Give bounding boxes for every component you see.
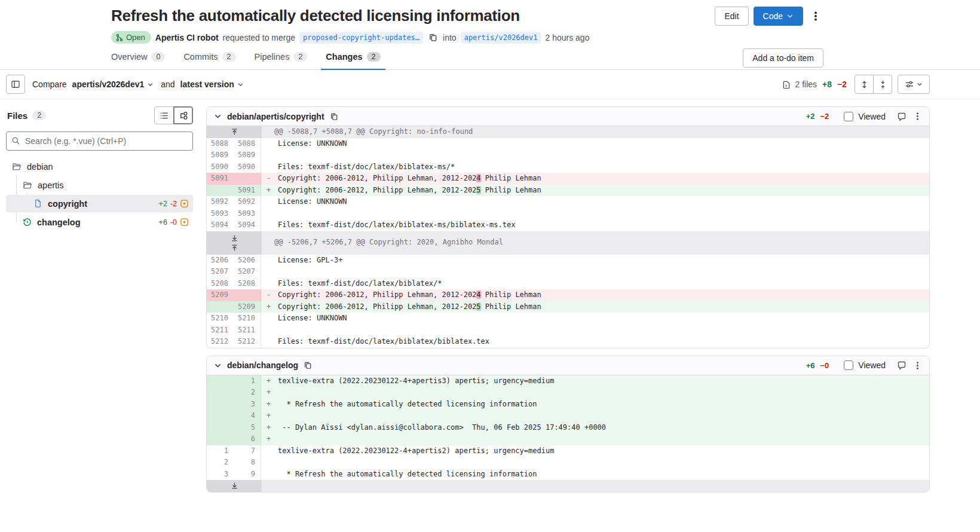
target-branch-chip[interactable]: apertis/v2026dev1 <box>461 32 541 44</box>
code-button[interactable]: Code <box>754 7 803 26</box>
tab-overview[interactable]: Overview0 <box>106 46 170 69</box>
tree-folder-apertis[interactable]: apertis <box>6 176 193 194</box>
tree-file-changelog[interactable]: changelog+6-0 <box>6 213 193 231</box>
old-line-number[interactable]: 5212 <box>207 336 234 348</box>
old-line-number[interactable]: 1 <box>207 445 234 457</box>
viewed-toggle[interactable]: Viewed <box>844 112 886 121</box>
new-line-number[interactable]: 5210 <box>234 313 261 325</box>
new-line-number[interactable]: 7 <box>234 445 261 457</box>
new-line-number[interactable]: 5206 <box>234 255 261 267</box>
old-line-number[interactable]: 5094 <box>207 219 234 231</box>
diff-word-highlight: 5 <box>476 186 480 194</box>
new-line-number[interactable]: 5088 <box>234 138 261 150</box>
old-line-number[interactable]: 5209 <box>207 289 234 301</box>
new-line-number[interactable]: 5090 <box>234 161 261 173</box>
old-line-number[interactable]: 2 <box>207 457 234 469</box>
old-line-number[interactable] <box>207 375 234 387</box>
head-version-dropdown[interactable]: latest version <box>180 80 244 89</box>
old-line-number[interactable] <box>207 399 234 411</box>
expand-lines-button[interactable] <box>207 231 262 255</box>
new-line-number[interactable]: 5211 <box>234 325 261 337</box>
old-line-number[interactable]: 5207 <box>207 266 234 278</box>
comment-file-button[interactable] <box>896 111 908 123</box>
new-line-number[interactable]: 5212 <box>234 336 261 348</box>
expand-lines-button[interactable] <box>207 126 262 138</box>
viewed-toggle[interactable]: Viewed <box>844 360 886 370</box>
new-line-number[interactable]: 1 <box>234 375 261 387</box>
new-line-number[interactable]: 8 <box>234 457 261 469</box>
collapse-all-files-button[interactable] <box>873 75 892 94</box>
diff-line-sign: + <box>261 387 278 399</box>
old-line-number[interactable]: 5210 <box>207 313 234 325</box>
new-line-number[interactable] <box>234 289 261 301</box>
diff-file-path[interactable]: debian/apertis/copyright <box>227 112 324 121</box>
toggle-file-browser-button[interactable] <box>6 75 25 94</box>
new-line-number[interactable]: 5092 <box>234 196 261 208</box>
copy-path-button[interactable] <box>302 360 313 371</box>
old-line-number[interactable]: 5208 <box>207 278 234 290</box>
file-search-input[interactable] <box>6 132 193 151</box>
old-line-number[interactable]: 5093 <box>207 208 234 220</box>
new-line-number[interactable]: 5208 <box>234 278 261 290</box>
old-line-number[interactable]: 5091 <box>207 173 234 185</box>
old-line-number[interactable]: 5092 <box>207 196 234 208</box>
copy-path-button[interactable] <box>329 111 339 122</box>
author-name[interactable]: Apertis CI robot <box>155 33 219 42</box>
tree-view-button[interactable] <box>173 106 193 124</box>
mr-options-button[interactable] <box>808 7 823 26</box>
new-line-number[interactable]: 5091 <box>234 185 261 197</box>
comment-file-button[interactable] <box>896 359 908 371</box>
new-line-number[interactable]: 5209 <box>234 301 261 313</box>
old-line-number[interactable] <box>207 422 234 434</box>
new-line-number[interactable]: 5093 <box>234 208 261 220</box>
new-line-number[interactable] <box>234 173 261 185</box>
new-line-number[interactable]: 9 <box>234 469 261 481</box>
diff-file-path[interactable]: debian/changelog <box>227 360 298 370</box>
base-version-dropdown[interactable]: apertis/v2026dev1 <box>72 80 154 89</box>
collapse-file-button[interactable] <box>213 111 223 121</box>
expand-all-files-button[interactable] <box>855 75 874 94</box>
diff-settings-button[interactable] <box>898 75 930 94</box>
old-line-number[interactable] <box>207 301 234 313</box>
old-line-number[interactable]: 5211 <box>207 325 234 337</box>
old-line-number[interactable]: 5089 <box>207 149 234 161</box>
tab-pipelines[interactable]: Pipelines2 <box>250 46 313 69</box>
new-line-number[interactable]: 6 <box>234 433 261 445</box>
old-line-number[interactable]: 5090 <box>207 161 234 173</box>
viewed-checkbox[interactable] <box>844 112 853 121</box>
old-line-number[interactable] <box>207 433 234 445</box>
new-line-number[interactable]: 5207 <box>234 266 261 278</box>
chevron-down-icon <box>786 13 794 20</box>
tree-file-additions: +6 <box>159 218 167 227</box>
old-line-number[interactable]: 5088 <box>207 138 234 150</box>
tree-file-copyright[interactable]: copyright+2-2 <box>6 195 193 212</box>
diff-line-content: + <box>261 433 929 445</box>
new-line-number[interactable]: 5094 <box>234 219 261 231</box>
list-view-button[interactable] <box>154 106 174 124</box>
viewed-checkbox[interactable] <box>844 360 853 370</box>
new-line-number[interactable]: 5089 <box>234 149 261 161</box>
collapse-file-button[interactable] <box>213 360 223 371</box>
edit-button[interactable]: Edit <box>715 7 748 26</box>
tree-folder-debian[interactable]: debian <box>6 158 193 175</box>
add-todo-button[interactable]: Add a to-do item <box>743 48 823 68</box>
old-line-number[interactable] <box>207 185 234 197</box>
old-line-number[interactable] <box>207 387 234 399</box>
old-line-number[interactable] <box>207 410 234 422</box>
new-line-number[interactable]: 3 <box>234 399 261 411</box>
expand-lines-button[interactable] <box>207 480 262 492</box>
new-line-number[interactable]: 2 <box>234 387 261 399</box>
page-title: Refresh the automatically detected licen… <box>111 6 520 25</box>
source-branch-chip[interactable]: proposed-copyright-updates… <box>299 32 423 44</box>
old-line-number[interactable]: 3 <box>207 469 234 481</box>
diff-line-content: License: UNKNOWN <box>261 313 929 325</box>
file-options-button[interactable] <box>912 111 923 122</box>
new-line-number[interactable]: 5 <box>234 422 261 434</box>
old-line-number[interactable]: 5206 <box>207 255 234 267</box>
file-options-button[interactable] <box>912 360 923 371</box>
diff-line-sign <box>261 149 278 161</box>
copy-branch-button[interactable] <box>427 32 439 43</box>
tab-commits[interactable]: Commits2 <box>179 46 240 69</box>
tab-changes[interactable]: Changes2 <box>321 46 385 69</box>
new-line-number[interactable]: 4 <box>234 410 261 422</box>
